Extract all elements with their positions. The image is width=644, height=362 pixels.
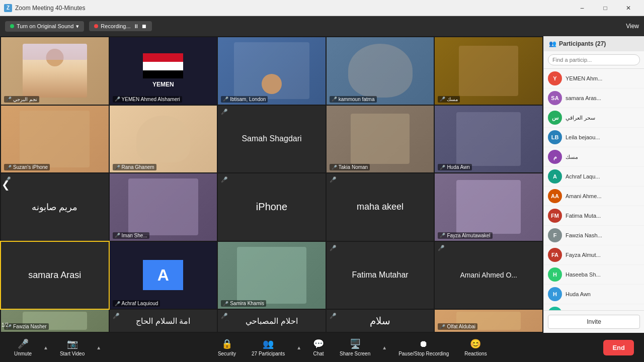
video-cell-19[interactable]: Fatima Mutahar 🎤: [327, 242, 434, 309]
p-name-6: Amani Ahme...: [566, 193, 640, 199]
participant-name-1: 🎤 نجم البرجي: [4, 96, 39, 103]
video-cell-7[interactable]: 🎤 Rana Ghanem: [110, 106, 217, 173]
video-cell-1[interactable]: 🎤 نجم البرجي: [1, 37, 109, 105]
zoom-icon: Z: [4, 4, 12, 12]
p-avatar-10: H: [548, 267, 562, 282]
participants-caret[interactable]: ▲: [296, 345, 301, 350]
participant-list: Y YEMEN Ahm... SA samara Aras... س سحر ا…: [544, 69, 644, 310]
invite-button[interactable]: Invite: [548, 315, 640, 329]
p-avatar-6: AA: [548, 189, 562, 203]
participants-search[interactable]: [548, 54, 640, 65]
mic-off-icon-25: 🎤: [440, 324, 445, 329]
share-caret[interactable]: ▲: [382, 345, 387, 350]
mic-off-indicator-20: 🎤: [438, 245, 445, 251]
participants-title: Participants (27): [559, 40, 606, 47]
window-title: Zoom Meeting 40-Minutes: [15, 5, 85, 12]
recording-button[interactable]: Recording... ⏸ ⏹: [89, 21, 151, 31]
p-item-6: AA Amani Ahme...: [544, 187, 644, 206]
video-cell-4[interactable]: 🎤 kammoun fatma: [327, 37, 434, 105]
unmute-label: Unmute: [14, 351, 32, 356]
reactions-label: Reactions: [464, 351, 487, 356]
search-container: [544, 51, 644, 69]
title-bar: Z Zoom Meeting 40-Minutes – □ ✕: [0, 0, 644, 16]
mic-off-icon-9: 🎤: [332, 165, 337, 170]
recording-icon: ⏺: [419, 339, 428, 349]
toolbar-center: 🔒 Security 👥 27 Participants ▲ 💬 Chat 🖥️…: [214, 336, 491, 358]
p-item-10: H Haseeba Sh...: [544, 265, 644, 285]
share-screen-button[interactable]: 🖥️ Share Screen: [336, 336, 374, 358]
dropdown-arrow: ▾: [76, 23, 79, 30]
participant-name-12: 🎤 Iman She...: [113, 232, 149, 239]
video-cell-6[interactable]: 🎤 Suzan's iPhone: [1, 106, 109, 173]
start-video-label: Start Video: [60, 351, 85, 356]
pause-stop-button[interactable]: ⏺ Pause/Stop Recording: [394, 337, 453, 358]
video-cell-9[interactable]: 🎤 Takia Noman: [327, 106, 434, 173]
video-cell-22[interactable]: امة السلام الحاج 🎤: [110, 310, 217, 332]
p-name-2: سحر العراقي: [566, 115, 640, 121]
p-item-1: SA samara Aras...: [544, 88, 644, 108]
video-cell-3[interactable]: 🎤 Ibtisam, London: [218, 37, 326, 105]
sound-button[interactable]: Turn on Original Sound ▾: [5, 21, 84, 32]
p-avatar-11: H: [548, 287, 562, 301]
end-button[interactable]: End: [603, 340, 634, 355]
video-cell-15[interactable]: 🎤 Fayza Almutawakel: [435, 173, 542, 241]
minimize-button[interactable]: –: [571, 0, 594, 16]
mic-off-icon-15: 🎤: [440, 233, 445, 238]
video-cell-11[interactable]: مريم صابونه 🎤: [1, 173, 109, 241]
participant-name-24: سلام: [365, 310, 395, 332]
yemen-flag: [143, 53, 183, 78]
video-cell-12[interactable]: 🎤 Iman She...: [110, 173, 217, 241]
page-prev-button[interactable]: ❮: [2, 178, 10, 191]
video-cell-17[interactable]: A 🎤 Achraf Laquioud: [110, 242, 217, 309]
video-cell-18[interactable]: 🎤 Samira Khamis: [218, 242, 326, 309]
video-cell-10[interactable]: 🎤 Huda Awn: [435, 106, 542, 173]
participant-name-18: 🎤 Samira Khamis: [221, 300, 266, 307]
video-cell-25[interactable]: 🎤 Olfat Aldubai: [435, 310, 542, 332]
video-cell-2[interactable]: YEMEN 🎤 YEMEN Ahmed Alshameri: [110, 37, 217, 105]
p-avatar-3: LB: [548, 130, 562, 144]
video-cell-13[interactable]: iPhone 🎤: [218, 173, 326, 241]
participants-btn-icon: 👥: [263, 338, 274, 349]
mic-off-indicator-19: 🎤: [330, 245, 337, 251]
view-button[interactable]: View: [626, 23, 639, 30]
video-cell-23[interactable]: احلام المصباحي 🎤: [218, 310, 326, 332]
participant-name-17: 🎤 Achraf Laquioud: [113, 300, 160, 307]
video-cell-14[interactable]: maha akeel 🎤: [327, 173, 434, 241]
p-item-8: F Fawzia Nash...: [544, 226, 644, 245]
p-name-11: Huda Awn: [566, 291, 640, 297]
p-avatar-8: F: [548, 228, 562, 242]
participants-button[interactable]: 👥 27 Participants: [248, 336, 289, 358]
security-button[interactable]: 🔒 Security: [214, 336, 240, 358]
share-screen-label: Share Screen: [340, 351, 370, 356]
video-cell-8[interactable]: Samah Shagdari 🎤: [218, 106, 326, 173]
sidebar-invite-section: Invite: [544, 310, 644, 333]
reactions-button[interactable]: 😊 Reactions: [460, 336, 491, 358]
reactions-icon: 😊: [470, 338, 481, 349]
p-item-11: H Huda Awn: [544, 285, 644, 304]
video-cell-24[interactable]: سلام 🎤: [327, 310, 434, 332]
mic-off-icon-17: 🎤: [115, 301, 120, 306]
video-cell-5[interactable]: 🎤 مسك: [435, 37, 542, 105]
mic-off-icon-10: 🎤: [440, 165, 445, 170]
stop-icon: ⏹: [141, 23, 147, 29]
mic-off-icon-7: 🎤: [115, 165, 120, 170]
maximize-button[interactable]: □: [594, 0, 617, 16]
mic-off-indicator-14: 🎤: [330, 176, 337, 183]
unmute-button[interactable]: 🎤 Unmute: [10, 336, 36, 358]
video-cell-16[interactable]: samara Arasi: [1, 242, 109, 309]
video-cell-21[interactable]: 🎤 Fawzia Nasher: [1, 310, 109, 332]
p-name-3: Leila bejaou...: [566, 134, 640, 140]
start-video-button[interactable]: 📷 Start Video: [56, 336, 89, 358]
video-cell-20[interactable]: Amani Ahmed O... 🎤: [435, 242, 542, 309]
mic-off-icon-5: 🎤: [440, 97, 445, 102]
participant-name-4: 🎤 kammoun fatma: [330, 96, 377, 103]
chat-button[interactable]: 💬 Chat: [309, 336, 328, 358]
video-caret[interactable]: ▲: [96, 345, 101, 350]
p-item-3: LB Leila bejaou...: [544, 128, 644, 147]
mic-off-indicator-8: 🎤: [221, 109, 228, 115]
participants-count: 27 Participants: [252, 351, 285, 356]
pause-stop-label: Pause/Stop Recording: [398, 351, 449, 356]
pause-icon: ⏸: [133, 23, 139, 29]
unmute-caret[interactable]: ▲: [43, 345, 48, 350]
close-button[interactable]: ✕: [617, 0, 640, 16]
